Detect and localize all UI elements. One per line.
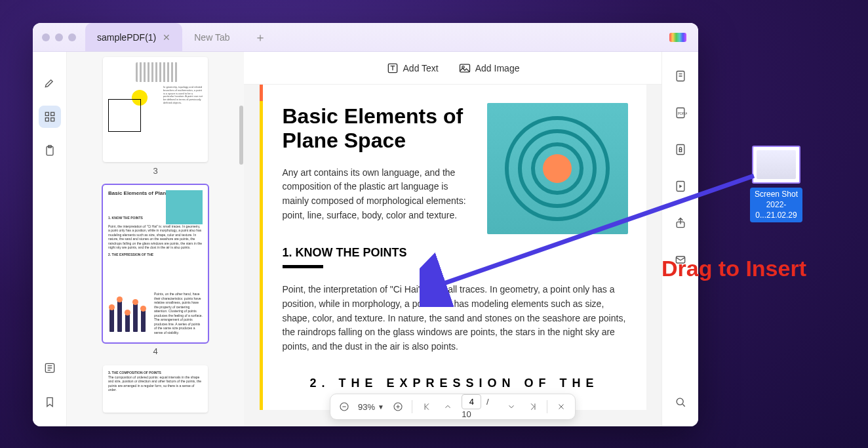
- svg-rect-3: [50, 118, 54, 121]
- file-thumbnail: [752, 146, 800, 184]
- tab-title: New Tab: [194, 32, 229, 43]
- svg-text:PDF/A: PDF/A: [677, 112, 686, 115]
- thumbnail-panel[interactable]: In geometry, topology and related branch…: [67, 52, 244, 426]
- current-page-input[interactable]: [462, 394, 481, 409]
- view-controls-bar: 93%▼ / 10: [330, 394, 576, 420]
- page-thumbnail[interactable]: In geometry, topology and related branch…: [103, 57, 208, 162]
- prev-page-button[interactable]: [441, 398, 456, 415]
- ocr-tool-icon[interactable]: [39, 357, 61, 379]
- window-controls: [33, 33, 85, 41]
- thumbnail-page-number: 3: [80, 166, 231, 176]
- page-intro: Any art contains its own language, and t…: [283, 166, 473, 223]
- right-toolbar: PDF/A: [661, 52, 698, 426]
- scrollbar-thumb[interactable]: [239, 106, 243, 165]
- section-heading: 1. KNOW THE POINTS: [283, 246, 627, 260]
- heading-underline: [283, 265, 323, 268]
- svg-point-20: [677, 398, 683, 405]
- app-logo: [669, 33, 686, 42]
- close-window-button[interactable]: [42, 33, 50, 41]
- svg-rect-0: [45, 112, 49, 115]
- close-bar-button[interactable]: [554, 398, 569, 415]
- zoom-level[interactable]: 93%▼: [358, 402, 384, 412]
- last-page-button[interactable]: [526, 398, 541, 415]
- tab-new[interactable]: New Tab: [182, 23, 241, 51]
- clipboard-tool-icon[interactable]: [39, 140, 61, 162]
- share-icon[interactable]: [669, 212, 692, 234]
- add-text-button[interactable]: Add Text: [386, 62, 439, 75]
- minimize-window-button[interactable]: [55, 33, 63, 41]
- add-image-button[interactable]: Add Image: [458, 62, 520, 75]
- maximize-window-button[interactable]: [68, 33, 76, 41]
- zoom-in-button[interactable]: [391, 398, 406, 415]
- image-icon: [458, 62, 471, 75]
- page-thumbnail-selected[interactable]: Basic Elements of Plane Space 1. KNOW TH…: [103, 185, 208, 342]
- page-indicator: / 10: [462, 394, 498, 419]
- slideshow-icon[interactable]: [669, 175, 692, 197]
- desktop-file[interactable]: Screen Shot2022-0...21.02.29: [750, 146, 802, 222]
- svg-rect-16: [679, 150, 681, 152]
- insert-toolbar: Add Text Add Image: [244, 52, 661, 85]
- lock-document-icon[interactable]: [669, 138, 692, 161]
- text-icon: [386, 62, 399, 75]
- titlebar: samplePDF(1) ✕ New Tab ＋: [33, 23, 698, 52]
- bookmark-tool-icon[interactable]: [39, 391, 61, 413]
- svg-rect-2: [45, 118, 49, 121]
- tab-active[interactable]: samplePDF(1) ✕: [85, 23, 182, 51]
- annotation-callout: Drag to Insert: [661, 256, 806, 281]
- tab-title: samplePDF(1): [97, 32, 156, 43]
- page-hero-image: [487, 103, 628, 234]
- page-thumbnail[interactable]: 3. THE COMPOSITION OF POINTS The composi…: [103, 365, 208, 413]
- file-label: Screen Shot2022-0...21.02.29: [750, 188, 802, 222]
- new-tab-button[interactable]: ＋: [254, 30, 266, 45]
- export-text-icon[interactable]: [669, 65, 692, 87]
- app-window: samplePDF(1) ✕ New Tab ＋ In geometry, to…: [33, 23, 698, 426]
- first-page-button[interactable]: [419, 398, 434, 415]
- svg-rect-1: [50, 112, 54, 115]
- thumbnail-page-number: 4: [80, 346, 231, 356]
- section-heading: 2. THE EXPRESSION OF THE: [283, 377, 627, 390]
- zoom-out-button[interactable]: [337, 398, 352, 415]
- total-pages: 10: [462, 409, 471, 419]
- left-toolbar: [33, 52, 67, 426]
- page-viewport[interactable]: Basic Elements of Plane Space Any art co…: [244, 85, 661, 426]
- page-title: Basic Elements of Plane Space: [283, 104, 479, 153]
- pdf-page[interactable]: Basic Elements of Plane Space Any art co…: [260, 85, 646, 410]
- pdfa-icon[interactable]: PDF/A: [669, 102, 692, 124]
- main-area: Add Text Add Image Basic Elements of Pla…: [244, 52, 661, 426]
- search-icon[interactable]: [669, 391, 692, 413]
- page-body: Point, the interpretation of "Ci Hai" is…: [283, 283, 627, 354]
- tab-close-icon[interactable]: ✕: [163, 32, 170, 43]
- highlighter-tool-icon[interactable]: [39, 71, 61, 94]
- next-page-button[interactable]: [504, 398, 519, 415]
- thumbnails-panel-icon[interactable]: [39, 106, 61, 128]
